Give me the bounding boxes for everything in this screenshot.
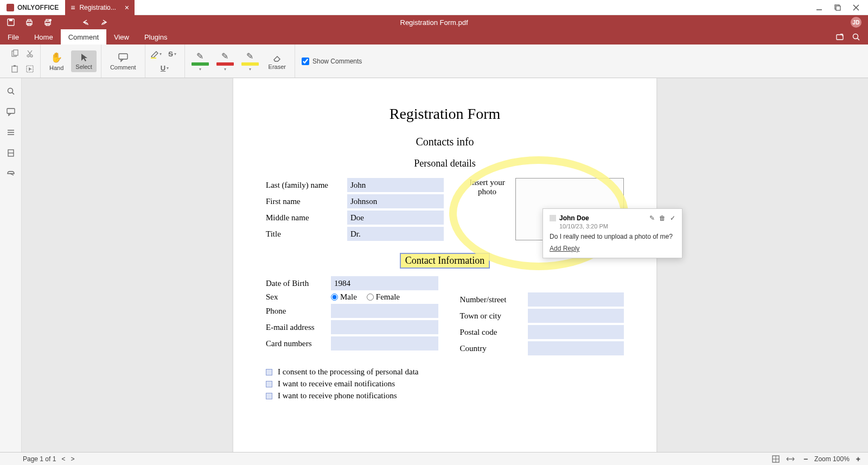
document-viewport[interactable]: Registration Form Contacts info Personal…: [22, 78, 868, 452]
middle-name-field[interactable]: Doe: [347, 211, 444, 225]
comment-date: 10/10/23, 3:20 PM: [559, 223, 675, 230]
document-tab[interactable]: ≡ Registratio... ×: [65, 0, 135, 15]
fit-width-icon[interactable]: [786, 455, 795, 463]
zoom-out-button[interactable]: −: [801, 455, 810, 463]
status-bar: Page 1 of 1 < > − Zoom 100% +: [0, 452, 868, 465]
pen-yellow[interactable]: ✎ ▾: [239, 49, 261, 74]
show-comments-checkbox[interactable]: [302, 58, 309, 65]
rail-thumbnails-icon[interactable]: [7, 149, 15, 157]
town-field[interactable]: [528, 309, 624, 323]
hamburger-icon: ≡: [71, 3, 75, 12]
rail-headings-icon[interactable]: [7, 128, 15, 137]
title-label: Title: [266, 230, 347, 239]
minimize-button[interactable]: [815, 3, 824, 12]
last-name-label: Last (family) name: [266, 181, 347, 190]
app-name: ONLYOFFICE: [17, 4, 59, 11]
zoom-in-button[interactable]: +: [854, 455, 863, 463]
close-window-button[interactable]: [852, 3, 860, 12]
radio-female[interactable]: Female: [367, 292, 400, 302]
comment-author-avatar: [550, 215, 556, 221]
pen-green[interactable]: ✎ ▾: [189, 49, 211, 74]
pen-icon: ✎: [221, 51, 228, 61]
dob-label: Date of Birth: [266, 279, 331, 288]
svg-rect-6: [9, 19, 12, 21]
svg-rect-26: [119, 54, 127, 59]
maximize-button[interactable]: [833, 3, 842, 12]
quick-print-icon[interactable]: [43, 18, 52, 27]
prev-page-button[interactable]: <: [61, 455, 65, 463]
checkbox-email-notif[interactable]: [266, 381, 272, 387]
comment-tool[interactable]: Comment: [106, 50, 141, 73]
cut-icon[interactable]: [24, 48, 36, 60]
street-field[interactable]: [528, 292, 624, 307]
svg-rect-30: [7, 109, 15, 113]
last-name-field[interactable]: John: [347, 178, 444, 192]
phone-field[interactable]: [331, 304, 438, 318]
paste-icon[interactable]: [9, 63, 21, 75]
radio-male[interactable]: Male: [331, 292, 357, 302]
titlebar: ONLYOFFICE ≡ Registratio... ×: [0, 0, 868, 15]
menu-file[interactable]: File: [0, 29, 27, 44]
menu-view[interactable]: View: [106, 29, 137, 44]
resolve-comment-icon[interactable]: ✓: [670, 214, 675, 222]
close-tab-icon[interactable]: ×: [125, 3, 129, 12]
form-title: Registration Form: [266, 105, 624, 123]
svg-point-13: [49, 19, 52, 21]
pen-red[interactable]: ✎ ▾: [214, 49, 236, 74]
card-label: Card numbers: [266, 339, 331, 348]
menu-comment[interactable]: Comment: [61, 29, 106, 44]
open-location-icon[interactable]: [835, 33, 844, 41]
eraser-tool[interactable]: Eraser: [264, 50, 290, 72]
logo-icon: [7, 4, 14, 11]
menu-home[interactable]: Home: [27, 29, 61, 44]
checkbox-phone-notif[interactable]: [266, 393, 272, 399]
card-field[interactable]: [331, 336, 438, 351]
rail-comments-icon[interactable]: [7, 107, 15, 116]
document-title: Registration Form.pdf: [400, 18, 468, 27]
left-rail: [0, 78, 22, 452]
svg-rect-20: [14, 65, 16, 67]
save-icon[interactable]: [7, 18, 15, 27]
comment-icon: [118, 52, 129, 63]
postal-label: Postal code: [460, 328, 528, 337]
postal-field[interactable]: [528, 325, 624, 339]
add-reply-link[interactable]: Add Reply: [550, 245, 579, 252]
rail-feedback-icon[interactable]: [7, 169, 15, 178]
underline-tool[interactable]: U▾: [157, 62, 173, 74]
pdf-page: Registration Form Contacts info Personal…: [233, 78, 656, 452]
first-name-field[interactable]: Johnson: [347, 194, 444, 208]
svg-rect-19: [12, 66, 17, 72]
show-comments-toggle[interactable]: Show Comments: [295, 58, 362, 65]
menu-plugins[interactable]: Plugins: [137, 29, 175, 44]
checkbox-consent[interactable]: [266, 369, 272, 375]
undo-icon[interactable]: [81, 18, 90, 27]
next-page-button[interactable]: >: [71, 455, 74, 463]
select-tool[interactable]: Select: [71, 50, 97, 72]
tab-title: Registratio...: [79, 4, 116, 11]
email-field[interactable]: [331, 320, 438, 334]
country-field[interactable]: [528, 341, 624, 355]
street-label: Number/street: [460, 295, 528, 304]
zoom-level: Zoom 100%: [814, 455, 850, 463]
redo-icon[interactable]: [100, 18, 108, 27]
sex-label: Sex: [266, 292, 331, 302]
title-field[interactable]: Dr.: [347, 227, 444, 241]
copy-icon[interactable]: [9, 48, 21, 60]
delete-comment-icon[interactable]: 🗑: [659, 214, 666, 222]
country-label: Country: [460, 344, 528, 353]
print-icon[interactable]: [25, 18, 34, 27]
hand-tool[interactable]: ✋ Hand: [45, 49, 68, 73]
dob-field[interactable]: 1984: [331, 276, 438, 290]
edit-comment-icon[interactable]: ✎: [649, 214, 655, 222]
rail-search-icon[interactable]: [7, 87, 15, 95]
fit-page-icon[interactable]: [772, 455, 780, 463]
search-icon[interactable]: [852, 33, 860, 41]
strikeout-tool[interactable]: S▾: [165, 48, 180, 60]
user-avatar[interactable]: JD: [851, 17, 861, 28]
pen-icon: ✎: [196, 51, 203, 61]
comment-popup: John Doe ✎ 🗑 ✓ 10/10/23, 3:20 PM Do I re…: [542, 208, 682, 258]
toolbar: ✋ Hand Select Comment ▾ S▾ U▾ ✎ ▾: [0, 44, 868, 78]
svg-point-21: [27, 55, 29, 57]
highlight-tool[interactable]: ▾: [150, 48, 162, 60]
select-all-icon[interactable]: [24, 63, 36, 75]
